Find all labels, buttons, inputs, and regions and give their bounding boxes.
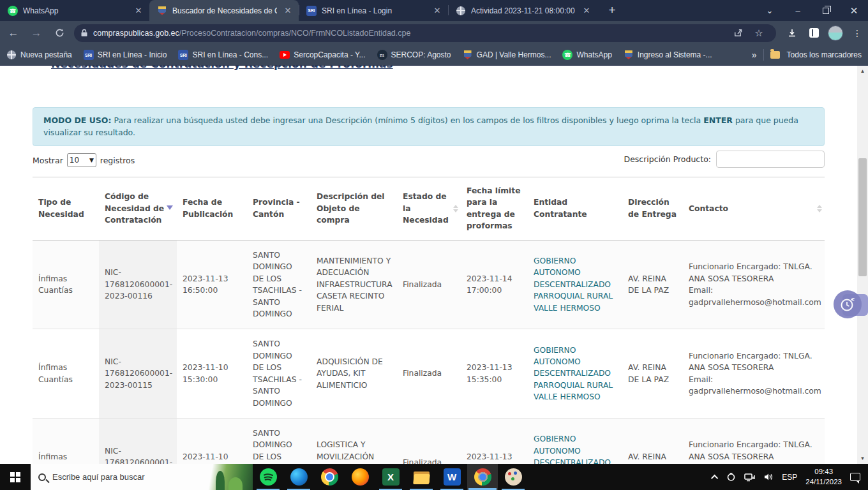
taskbar-clock[interactable]: 09:43 24/11/2023 — [805, 467, 842, 487]
side-panel-button[interactable] — [804, 24, 823, 43]
cell-descripcion: ADQUISICIÓN DE AYUDAS, KIT ALIMENTICIO — [311, 329, 397, 419]
bookmark-whatsapp[interactable]: ☎ WhatsApp — [562, 50, 611, 60]
product-description-input[interactable] — [716, 151, 825, 168]
scroll-up-icon[interactable]: ▲ — [857, 66, 868, 77]
col-estado-necesidad[interactable]: Estado de la Necesidad — [397, 177, 461, 241]
col-tipo-necesidad[interactable]: Tipo de Necesidad — [33, 177, 99, 241]
tray-app-button[interactable] — [726, 472, 736, 482]
scrollbar-thumb[interactable] — [858, 158, 867, 276]
tab-buscador-necesidades[interactable]: Buscador de Necesidades de Co ✕ — [149, 0, 299, 21]
contact-email: gadprvallehermoso@hotmail.com — [689, 298, 821, 307]
cell-descripcion: MANTENIMIENTO Y ADECUACIÓN INFRAESTRUCTU… — [311, 240, 397, 329]
contact-name: Funcionario Encargado: TNLGA. ANA SOSA T… — [689, 352, 812, 372]
col-descripcion-objeto[interactable]: Descripción del Objeto de compra — [311, 177, 397, 241]
bookmark-sri-consultas[interactable]: SRI SRI en Línea - Cons... — [178, 50, 268, 60]
back-button[interactable]: ← — [4, 24, 23, 43]
whatsapp-icon: ☎ — [562, 50, 572, 60]
bookmark-nueva-pestana[interactable]: Nueva pestaña — [6, 50, 72, 60]
bookmark-gad-valle-hermoso[interactable]: GAD | Valle Hermos... — [463, 50, 551, 60]
taskbar-word[interactable]: W — [437, 464, 467, 490]
records-per-page-value: 10 — [70, 156, 79, 165]
chevron-up-icon — [711, 474, 718, 481]
browser-tab-strip: ☎ WhatsApp ✕ Buscador de Necesidades de … — [0, 0, 868, 21]
floating-timer-widget[interactable] — [834, 290, 863, 320]
page-scrollbar[interactable]: ▲ ▼ — [857, 66, 868, 464]
bookmark-star-button[interactable]: ☆ — [749, 24, 768, 43]
tab-search-chevron-icon[interactable]: ⌄ — [756, 0, 784, 21]
bookmark-label: SercopCapacita - Y... — [294, 50, 365, 59]
entity-link[interactable]: GOBIERNO AUTONOMO DESCENTRALIZADO PARROQ… — [528, 240, 622, 329]
table-controls: Mostrar 10 ▼ registros Descripción Produ… — [33, 151, 825, 170]
profile-avatar[interactable] — [826, 24, 845, 43]
network-button[interactable] — [744, 472, 755, 482]
entity-link[interactable]: GOBIERNO AUTONOMO DESCENTRALIZADO PARROQ… — [528, 419, 622, 464]
col-contacto[interactable]: Contacto — [683, 177, 825, 241]
clock-time: 09:43 — [805, 467, 842, 477]
col-codigo-necesidad[interactable]: Código de Necesidad de Contratación — [99, 177, 177, 241]
col-fecha-publicacion[interactable]: Fecha de Publicación — [177, 177, 247, 241]
new-tab-button[interactable]: + — [604, 2, 620, 19]
col-fecha-limite[interactable]: Fecha límite para la entrega de proforma… — [461, 177, 528, 241]
profile-cat-avatar — [478, 472, 488, 482]
globe-icon — [6, 50, 17, 60]
reload-button[interactable] — [50, 24, 69, 43]
tab-close-icon[interactable]: ✕ — [431, 5, 443, 17]
bookmark-sercopcapacita[interactable]: SercopCapacita - Y... — [280, 50, 365, 60]
all-bookmarks-button[interactable]: Todos los marcadores — [787, 50, 862, 59]
bookmark-sri-inicio[interactable]: SRI SRI en Línea - Inicio — [84, 50, 167, 60]
table-row: Ínfimas Cuantías NIC-1768120600001-2023-… — [33, 329, 825, 419]
folder-icon — [413, 468, 430, 486]
taskbar-excel[interactable]: X — [375, 464, 406, 490]
sort-both-icon — [817, 205, 822, 212]
language-indicator[interactable]: ESP — [782, 473, 797, 482]
taskbar-firefox[interactable] — [345, 464, 375, 490]
taskbar-file-explorer[interactable] — [406, 464, 437, 490]
tab-sri-login[interactable]: SRI SRI en Línea - Login ✕ — [299, 0, 448, 21]
cell-contacto: Funcionario Encargado: TNLGA. ANA SOSA T… — [683, 240, 825, 329]
page-title: Necesidades de Contratación y Recepción … — [51, 66, 857, 70]
col-entidad-contratante[interactable]: Entidad Contratante — [528, 177, 622, 241]
col-provincia-canton[interactable]: Provincia - Cantón — [247, 177, 311, 241]
start-button[interactable] — [0, 464, 31, 490]
taskbar-edge[interactable] — [283, 464, 314, 490]
tab-close-icon[interactable]: ✕ — [581, 5, 592, 17]
tab-close-icon[interactable]: ✕ — [133, 5, 144, 17]
address-bar[interactable]: compraspublicas.gob.ec/ProcesoContrataci… — [74, 24, 776, 42]
share-button[interactable] — [728, 24, 747, 43]
sort-desc-icon — [167, 205, 173, 210]
taskbar-spotify[interactable] — [253, 464, 283, 490]
taskbar-paint[interactable] — [498, 464, 528, 490]
table-header-row: Tipo de Necesidad Código de Necesidad de… — [33, 177, 825, 241]
cell-contacto: Funcionario Encargado: TNLGA. ANA SOSA T… — [683, 329, 825, 419]
table-row: Ínfimas Cuantías NIC-1768120600001-2023-… — [33, 240, 825, 329]
tab-actividad[interactable]: Actividad 2023-11-21 08:00:00 | N ✕ — [448, 0, 597, 21]
page-heading-clipped: Necesidades de Contratación y Recepción … — [0, 66, 857, 72]
browser-menu-button[interactable]: ⋮ — [848, 24, 867, 43]
tab-close-icon[interactable]: ✕ — [282, 5, 294, 17]
minimize-button[interactable]: – — [784, 0, 812, 21]
entity-link[interactable]: GOBIERNO AUTONOMO DESCENTRALIZADO PARROQ… — [528, 329, 622, 419]
close-button[interactable]: ✕ — [840, 0, 868, 21]
hidden-icons-button[interactable] — [713, 475, 718, 480]
paint-icon — [505, 468, 522, 486]
action-center-button[interactable] — [850, 473, 860, 481]
scroll-down-icon[interactable]: ▼ — [857, 453, 868, 464]
email-label: Email: — [689, 375, 713, 384]
cell-direccion: AV. REINA DE LA PAZ — [622, 240, 683, 329]
volume-button[interactable] — [763, 472, 774, 482]
tab-whatsapp[interactable]: ☎ WhatsApp ✕ — [0, 0, 149, 21]
forward-button[interactable]: → — [27, 24, 46, 43]
cell-provincia: SANTO DOMINGO DE LOS TSACHILAS - SANTO D… — [247, 329, 311, 419]
col-direccion-entrega[interactable]: Dirección de Entrega — [622, 177, 683, 241]
bookmarks-overflow-button[interactable]: » — [752, 50, 757, 60]
taskbar-search[interactable]: Escribe aquí para buscar — [31, 464, 253, 490]
taskbar-chrome-profile-active[interactable] — [467, 464, 498, 490]
globe-icon — [456, 6, 466, 16]
bookmark-ingreso-sistema[interactable]: Ingreso al Sistema -... — [624, 50, 712, 60]
bookmark-sercop-agosto[interactable]: m SERCOP: Agosto — [377, 50, 451, 60]
taskbar-chrome[interactable] — [314, 464, 345, 490]
downloads-button[interactable] — [782, 24, 802, 43]
restore-button[interactable] — [812, 0, 840, 21]
records-per-page-select[interactable]: 10 ▼ — [67, 153, 96, 167]
notice-text: Para realizar una búsqueda usted debe in… — [114, 115, 701, 125]
